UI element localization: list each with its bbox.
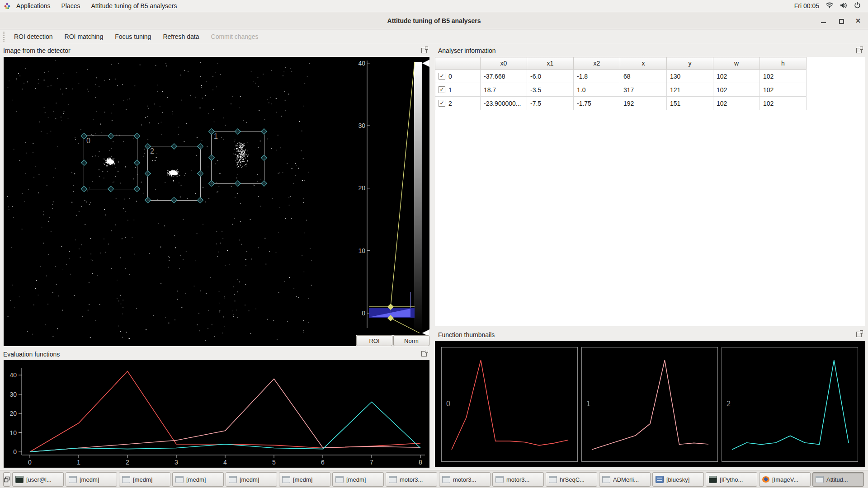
- row-select-cell[interactable]: ✓0: [435, 70, 481, 83]
- cell-x2[interactable]: -1.8: [574, 70, 620, 83]
- cell-w[interactable]: 102: [713, 70, 760, 83]
- cell-x0[interactable]: -23.900000...: [481, 97, 527, 110]
- menu-places[interactable]: Places: [56, 0, 86, 12]
- column-header-x0[interactable]: x0: [481, 57, 527, 70]
- power-icon[interactable]: [854, 2, 861, 10]
- evaluation-dock-float-icon[interactable]: [421, 351, 427, 357]
- taskbar-button-motor3[interactable]: motor3...: [439, 472, 491, 487]
- taskbar-button-label: Attitud...: [826, 476, 848, 483]
- thumbnail-panel-2[interactable]: 2: [722, 347, 858, 462]
- taskbar-button-hrseqc[interactable]: hrSeqC...: [546, 472, 597, 487]
- roi-box-1[interactable]: 1: [211, 131, 264, 184]
- taskbar-button-label: [user@l...: [26, 476, 52, 483]
- maximize-button[interactable]: [837, 17, 844, 24]
- volume-icon[interactable]: [840, 2, 848, 10]
- action-toolbar: ROI detection ROI matching Focus tuning …: [0, 29, 868, 44]
- desktop: Applications Places Attitude tuning of B…: [0, 0, 868, 488]
- image-dock-float-icon[interactable]: [421, 48, 427, 53]
- cell-y[interactable]: 130: [667, 70, 713, 83]
- column-header-x1[interactable]: x1: [527, 57, 574, 70]
- taskbar-button-admerli[interactable]: ADMerli...: [599, 472, 651, 487]
- minimize-button[interactable]: [820, 17, 827, 24]
- norm-toggle-button[interactable]: Norm: [393, 335, 429, 346]
- taskbar-button-medm[interactable]: [medm]: [226, 472, 277, 487]
- column-header-y[interactable]: y: [667, 57, 713, 70]
- row-select-cell[interactable]: ✓1: [435, 83, 481, 97]
- taskbar-button-ipytho[interactable]: [IPytho...: [706, 472, 757, 487]
- taskbar-button-medm[interactable]: [medm]: [66, 472, 117, 487]
- terminal-icon: [15, 476, 24, 483]
- intensity-histogram-lut[interactable]: 403020100: [356, 57, 429, 335]
- taskbar-button-label: [medm]: [186, 476, 206, 483]
- analyser-dock-float-icon[interactable]: [856, 48, 862, 53]
- cell-x1[interactable]: -3.5: [527, 83, 574, 97]
- grayscale-colorbar[interactable]: [414, 62, 422, 333]
- cell-y[interactable]: 151: [667, 97, 713, 110]
- column-header-select[interactable]: [435, 57, 481, 70]
- close-button[interactable]: ×: [854, 17, 862, 24]
- taskbar-button-userl[interactable]: [user@l...: [12, 472, 64, 487]
- thumbnail-panel-1[interactable]: 1: [581, 347, 718, 462]
- taskbar-button-imagev[interactable]: [ImageV...: [759, 472, 811, 487]
- cell-x[interactable]: 317: [620, 83, 667, 97]
- cell-x[interactable]: 68: [620, 70, 667, 83]
- cell-w[interactable]: 102: [713, 83, 760, 97]
- roi-box-0[interactable]: 0: [84, 136, 137, 189]
- show-desktop-button[interactable]: [3, 472, 10, 487]
- cell-h[interactable]: 102: [760, 70, 807, 83]
- thumbnails-dock-float-icon[interactable]: [856, 332, 862, 337]
- wifi-icon[interactable]: [826, 2, 834, 10]
- row-select-cell[interactable]: ✓2: [435, 97, 481, 110]
- menu-current-app[interactable]: Attitude tuning of B5 analysers: [86, 0, 183, 12]
- window-icon: [549, 476, 557, 483]
- cell-x2[interactable]: -1.75: [574, 97, 620, 110]
- column-header-h[interactable]: h: [760, 57, 807, 70]
- thumbnail-panel-0[interactable]: 0: [441, 347, 578, 462]
- focus-tuning-button[interactable]: Focus tuning: [109, 31, 157, 42]
- column-header-x[interactable]: x: [620, 57, 667, 70]
- clock[interactable]: Fri 00:05: [788, 2, 826, 9]
- column-header-x2[interactable]: x2: [574, 57, 620, 70]
- cell-x2[interactable]: 1.0: [574, 83, 620, 97]
- evaluation-functions-chart[interactable]: 010203040012345678: [4, 360, 429, 468]
- level-marker-min[interactable]: [422, 329, 429, 335]
- window-title: Attitude tuning of B5 analysers: [0, 17, 868, 24]
- cell-x0[interactable]: -37.668: [481, 70, 527, 83]
- cell-w[interactable]: 102: [713, 97, 760, 110]
- menu-applications[interactable]: Applications: [11, 0, 56, 12]
- roi-box-2[interactable]: 2: [147, 146, 201, 201]
- roi-detection-button[interactable]: ROI detection: [8, 31, 59, 42]
- cell-h[interactable]: 102: [760, 97, 807, 110]
- taskbar-button-medm[interactable]: [medm]: [279, 472, 330, 487]
- roi-toggle-button[interactable]: ROI: [356, 335, 392, 346]
- cell-x1[interactable]: -6.0: [527, 70, 574, 83]
- level-marker-max[interactable]: [422, 60, 429, 67]
- toolbar-drag-handle[interactable]: [3, 32, 5, 42]
- taskbar-button-medm[interactable]: [medm]: [172, 472, 224, 487]
- window-icon: [602, 476, 610, 483]
- taskbar-button-motor3[interactable]: motor3...: [386, 472, 437, 487]
- detector-image-view[interactable]: 021 403020100 ROI Norm: [4, 57, 429, 346]
- taskbar-button-bluesky[interactable]: [bluesky]: [652, 472, 704, 487]
- taskbar-button-attitud[interactable]: Attitud...: [812, 472, 864, 487]
- roi-label: 2: [150, 147, 154, 155]
- cell-h[interactable]: 102: [760, 83, 807, 97]
- cell-x[interactable]: 192: [620, 97, 667, 110]
- taskbar-button-medm[interactable]: [medm]: [119, 472, 170, 487]
- roi-matching-button[interactable]: ROI matching: [59, 31, 109, 42]
- row-checkbox[interactable]: ✓: [439, 73, 445, 80]
- refresh-data-button[interactable]: Refresh data: [157, 31, 205, 42]
- cell-y[interactable]: 121: [667, 83, 713, 97]
- thumbnail-line: [452, 360, 568, 450]
- cell-x0[interactable]: 18.7: [481, 83, 527, 97]
- column-header-w[interactable]: w: [713, 57, 760, 70]
- window-list-taskbar: [user@l...[medm][medm][medm][medm][medm]…: [0, 470, 868, 488]
- row-checkbox[interactable]: ✓: [439, 100, 445, 107]
- row-checkbox[interactable]: ✓: [439, 86, 445, 93]
- histogram-tick-label: 0: [362, 310, 365, 317]
- taskbar-button-label: motor3...: [453, 476, 476, 483]
- taskbar-button-medm[interactable]: [medm]: [332, 472, 384, 487]
- taskbar-button-motor3[interactable]: motor3...: [492, 472, 544, 487]
- x-tick-label: 5: [272, 459, 276, 466]
- cell-x1[interactable]: -7.5: [527, 97, 574, 110]
